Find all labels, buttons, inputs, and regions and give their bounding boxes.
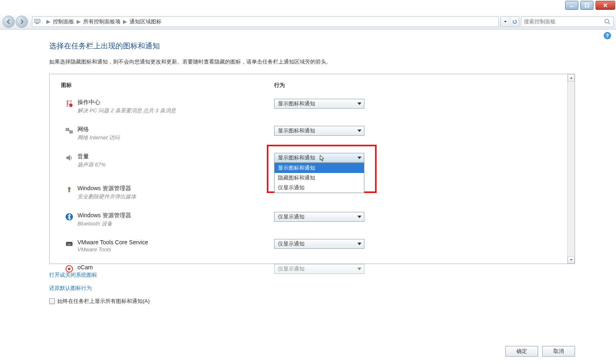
nav-forward-button[interactable] [16,16,28,28]
svg-rect-13 [68,189,70,192]
breadcrumb-controls [500,16,519,27]
vmware-icon: vm [65,240,73,248]
breadcrumb[interactable]: ▶ 控制面板 ▶ 所有控制面板项 ▶ 通知区域图标 [32,16,499,27]
always-show-checkbox-row: 始终在任务栏上显示所有图标和通知(A) [49,298,575,305]
bluetooth-icon [65,213,73,221]
row-name: 操作中心 [77,99,274,106]
search-box[interactable] [521,16,614,27]
table-row: 音量 扬声器 67% 显示图标和通知 显示图标和通知 隐藏图标和通知 仅显示通知 [61,153,556,168]
chevron-down-icon [357,130,361,132]
nav-back-forward [2,16,28,28]
svg-rect-4 [34,19,40,23]
dropdown-option[interactable]: 仅显示通知 [275,183,364,193]
page-title: 选择在任务栏上出现的图标和通知 [49,41,575,51]
svg-rect-1 [585,4,589,7]
chevron-right-icon: ▶ [74,18,83,25]
help-icon[interactable]: ? [604,32,611,39]
chevron-down-icon [357,102,361,105]
icons-table: 图标 行为 操作中心 解决 PC 问题 2 条重要消息 总共 3 条消息 显示图… [49,74,575,264]
svg-point-9 [69,104,73,107]
main-content: 选择在任务栏上出现的图标和通知 如果选择隐藏图标和通知，则不会向您通知更改和更新… [49,41,575,357]
breadcrumb-item[interactable]: 通知区域图标 [130,18,161,25]
row-sub: 安全删除硬件并弹出媒体 [77,193,274,200]
chevron-right-icon: ▶ [120,18,130,25]
table-row: oCam 仅显示通知 [61,264,556,274]
svg-point-18 [68,268,70,270]
row-name: VMware Tools Core Service [77,239,274,246]
row-name: Windows 资源管理器 [77,212,274,219]
col-icon-header: 图标 [61,82,274,89]
table-row: Windows 资源管理器 Bluetooth 设备 仅显示通知 [61,212,556,228]
dropdown-option[interactable]: 隐藏图标和通知 [275,173,364,183]
row-name: Windows 资源管理器 [77,185,274,192]
svg-point-6 [605,19,609,23]
row-sub: 扬声器 67% [77,161,274,168]
behavior-select[interactable]: 显示图标和通知 [274,126,364,136]
search-icon [604,18,611,25]
table-row: vm VMware Tools Core Service VMware Tool… [61,239,556,253]
speaker-icon [65,154,73,162]
select-value: 仅显示通知 [278,213,305,221]
row-sub: 网络 Internet 访问 [77,134,274,141]
chevron-down-icon [357,216,361,218]
select-value: 显示图标和通知 [278,100,315,107]
row-sub: VMware Tools [77,246,274,253]
select-value: 仅显示通知 [278,240,305,248]
select-value: 显示图标和通知 [278,154,315,162]
restore-default-link[interactable]: 还原默认图标行为 [49,284,575,292]
search-input[interactable] [524,18,604,25]
ocam-icon [65,265,73,273]
cursor-icon [320,155,325,162]
chevron-down-icon [357,157,361,159]
checkbox-label: 始终在任务栏上显示所有图标和通知(A) [57,298,150,305]
table-body: 图标 行为 操作中心 解决 PC 问题 2 条重要消息 总共 3 条消息 显示图… [50,74,567,281]
breadcrumb-item[interactable]: 控制面板 [53,18,74,25]
refresh-button[interactable] [510,17,519,27]
chevron-right-icon: ▶ [44,18,53,25]
table-row: 操作中心 解决 PC 问题 2 条重要消息 总共 3 条消息 显示图标和通知 [61,99,556,114]
maximize-button[interactable] [580,1,593,10]
usb-eject-icon [65,186,73,194]
nav-back-button[interactable] [2,16,15,28]
row-name: 音量 [77,153,274,160]
behavior-select[interactable]: 仅显示通知 [274,239,364,249]
row-name: 网络 [77,126,274,133]
svg-line-7 [608,23,610,24]
behavior-select[interactable]: 仅显示通知 [274,264,364,274]
chevron-down-icon [357,243,361,245]
chevron-down-icon [357,268,361,270]
behavior-dropdown: 显示图标和通知 隐藏图标和通知 仅显示通知 [274,163,364,193]
svg-rect-10 [66,128,69,131]
dialog-buttons: 确定 取消 [505,346,575,357]
computer-icon [34,18,41,25]
ok-button[interactable]: 确定 [505,346,538,357]
row-sub: Bluetooth 设备 [77,220,274,228]
behavior-select[interactable]: 显示图标和通知 [274,99,364,109]
table-row: 网络 网络 Internet 访问 显示图标和通知 [61,126,556,141]
window-controls [564,0,616,10]
always-show-checkbox[interactable] [49,298,55,304]
svg-rect-5 [36,23,39,24]
row-sub: 解决 PC 问题 2 条重要消息 总共 3 条消息 [77,107,274,114]
col-behavior-header: 行为 [274,82,556,89]
table-header: 图标 行为 [61,82,556,89]
select-value: 仅显示通知 [278,265,305,273]
select-value: 显示图标和通知 [278,127,315,134]
scroll-down-button[interactable] [568,256,575,264]
breadcrumb-item[interactable]: 所有控制面板项 [83,18,120,25]
page-description: 如果选择隐藏图标和通知，则不会向您通知更改和更新。若要随时查看隐藏的图标，请单击… [49,58,575,66]
close-button[interactable] [596,1,615,10]
scrollbar[interactable] [567,74,575,264]
scroll-up-button[interactable] [568,74,575,82]
breadcrumb-dropdown-button[interactable] [501,17,510,27]
svg-text:vm: vm [68,243,71,246]
cancel-button[interactable]: 取消 [542,346,575,357]
navbar: ▶ 控制面板 ▶ 所有控制面板项 ▶ 通知区域图标 [0,14,616,30]
dropdown-option[interactable]: 显示图标和通知 [275,163,364,173]
row-name: oCam [77,264,274,271]
flag-icon [65,100,73,108]
behavior-select[interactable]: 显示图标和通知 [274,153,364,163]
behavior-select[interactable]: 仅显示通知 [274,212,364,222]
minimize-button[interactable] [565,1,578,10]
network-icon [65,127,73,135]
